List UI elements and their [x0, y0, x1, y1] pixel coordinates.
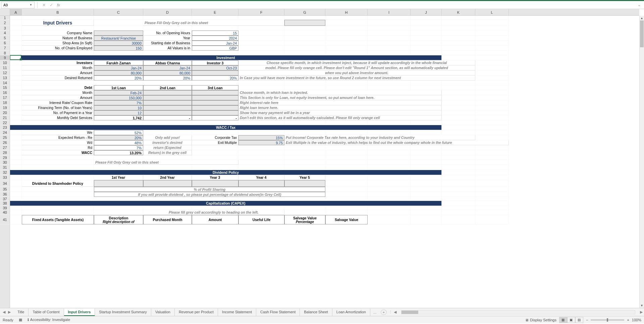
hscroll-thumb[interactable]: [401, 311, 418, 314]
page-layout-view-button[interactable]: ▣: [567, 317, 575, 323]
cell-C36[interactable]: If you will provide dividend , so please…: [94, 192, 325, 197]
cell-K39[interactable]: [442, 206, 475, 210]
cell-E41[interactable]: Amount: [192, 215, 238, 224]
cell-A33[interactable]: [10, 175, 22, 180]
cell-F24[interactable]: [238, 130, 284, 135]
cell-K3[interactable]: [442, 26, 475, 31]
cell-A10[interactable]: [10, 60, 22, 65]
cell-I28[interactable]: [368, 150, 411, 155]
cell-G40[interactable]: [284, 210, 325, 215]
cell-B7[interactable]: No. of Chairs Employed: [22, 46, 94, 51]
cell-D33[interactable]: 2nd Year: [143, 175, 192, 180]
cell-C18[interactable]: 7%: [94, 100, 143, 105]
cell-B19[interactable]: Financing Term (No. of loan Years): [22, 105, 94, 110]
cell-K29[interactable]: [442, 155, 475, 160]
cell-A26[interactable]: [10, 140, 22, 145]
row-header-9[interactable]: 9: [0, 55, 10, 60]
cell-I37[interactable]: [368, 197, 411, 201]
cell-B8[interactable]: [22, 51, 94, 55]
row-header-36[interactable]: 36: [0, 192, 10, 197]
row-header-12[interactable]: 12: [0, 70, 10, 75]
cell-A31[interactable]: [10, 165, 22, 170]
column-header-B[interactable]: B: [22, 9, 94, 15]
cell-F26[interactable]: 9.75: [238, 140, 284, 145]
cell-G31[interactable]: [284, 165, 325, 170]
cell-A17[interactable]: [10, 95, 22, 100]
cell-B27[interactable]: Rd: [22, 145, 94, 150]
cell-I35[interactable]: [368, 187, 411, 192]
cell-C40[interactable]: [94, 210, 143, 215]
cell-A9[interactable]: Investment: [10, 55, 442, 60]
cell-D31[interactable]: [143, 165, 192, 170]
cell-A3[interactable]: [10, 26, 22, 31]
cell-F29[interactable]: [238, 155, 284, 160]
cell-H41[interactable]: Salvage Value: [325, 215, 368, 224]
cell-J37[interactable]: [411, 197, 442, 201]
cell-K18[interactable]: [442, 100, 475, 105]
cell-L4[interactable]: [475, 31, 509, 36]
cell-F18[interactable]: Right interest rate here: [238, 100, 442, 105]
cell-K32[interactable]: [442, 170, 475, 175]
row-header-7[interactable]: 7: [0, 46, 10, 51]
cell-C3[interactable]: [94, 26, 143, 31]
cell-A18[interactable]: [10, 100, 22, 105]
cell-I31[interactable]: [368, 165, 411, 170]
cell-K7[interactable]: [442, 46, 475, 51]
cell-E37[interactable]: [192, 197, 238, 201]
cell-L3[interactable]: [475, 26, 509, 31]
row-header-38[interactable]: 38: [0, 201, 10, 206]
fx-label[interactable]: fx: [57, 3, 60, 7]
cell-B33[interactable]: [22, 175, 94, 180]
cell-H1[interactable]: [325, 16, 368, 20]
cell-D5[interactable]: Year: [143, 36, 192, 41]
column-header-H[interactable]: H: [325, 9, 368, 15]
cell-L6[interactable]: [475, 41, 509, 46]
cell-E31[interactable]: [192, 165, 238, 170]
sheet-tab-cash-flow-statement[interactable]: Cash Flow Statement: [256, 309, 300, 316]
cell-I34[interactable]: [368, 180, 411, 187]
cell-B6[interactable]: Shop Area (in Sqft): [22, 41, 94, 46]
cell-A2[interactable]: [10, 20, 22, 26]
cell-A22[interactable]: [10, 120, 22, 125]
cell-C29[interactable]: [94, 155, 143, 160]
cell-G30[interactable]: [284, 160, 325, 165]
cell-C5[interactable]: Restaurant/ Franchise: [94, 36, 143, 41]
cell-A5[interactable]: [10, 36, 22, 41]
cell-J41[interactable]: [411, 215, 442, 224]
cell-L17[interactable]: [475, 95, 509, 100]
row-header-8[interactable]: 8: [0, 51, 10, 55]
sheet-tab-revenue-per-product[interactable]: Revenue per Product: [175, 309, 218, 316]
row-header-10[interactable]: 10: [0, 60, 10, 65]
cell-J14[interactable]: [411, 80, 442, 85]
row-header-28[interactable]: 28: [0, 150, 10, 155]
cell-C35[interactable]: % of Profit Sharing: [94, 187, 325, 192]
cell-C11[interactable]: Jan-24: [94, 65, 143, 70]
cell-H34[interactable]: [325, 180, 368, 187]
cell-E6[interactable]: Jan-24: [192, 41, 238, 46]
cell-I27[interactable]: [368, 145, 411, 150]
cell-H36[interactable]: [325, 192, 368, 197]
cell-L14[interactable]: [475, 80, 509, 85]
cell-G28[interactable]: [284, 150, 325, 155]
cell-D34[interactable]: [143, 180, 192, 187]
cell-F27[interactable]: [238, 145, 284, 150]
cell-L11[interactable]: [475, 65, 509, 70]
cell-D26[interactable]: investor's desired: [143, 140, 192, 145]
cell-E25[interactable]: Corporate Tax: [192, 135, 238, 140]
cell-A15[interactable]: [10, 85, 22, 90]
cell-J22[interactable]: [411, 120, 442, 125]
cell-I41[interactable]: [368, 215, 411, 224]
cell-F16[interactable]: Choose month, in which loan is injected.: [238, 90, 442, 95]
cell-A16[interactable]: [10, 90, 22, 95]
cell-A8[interactable]: [10, 51, 22, 55]
cell-K30[interactable]: [442, 160, 475, 165]
cell-L25[interactable]: [475, 135, 509, 140]
cell-G2[interactable]: [284, 20, 325, 26]
row-header-21[interactable]: 21: [0, 115, 10, 120]
cell-B22[interactable]: [22, 120, 94, 125]
cell-B12[interactable]: Amount: [22, 70, 94, 75]
zoom-level[interactable]: 100%: [632, 318, 641, 322]
cell-G34[interactable]: [284, 180, 325, 187]
cell-K35[interactable]: [442, 187, 475, 192]
cell-B15[interactable]: Debt: [22, 85, 94, 90]
